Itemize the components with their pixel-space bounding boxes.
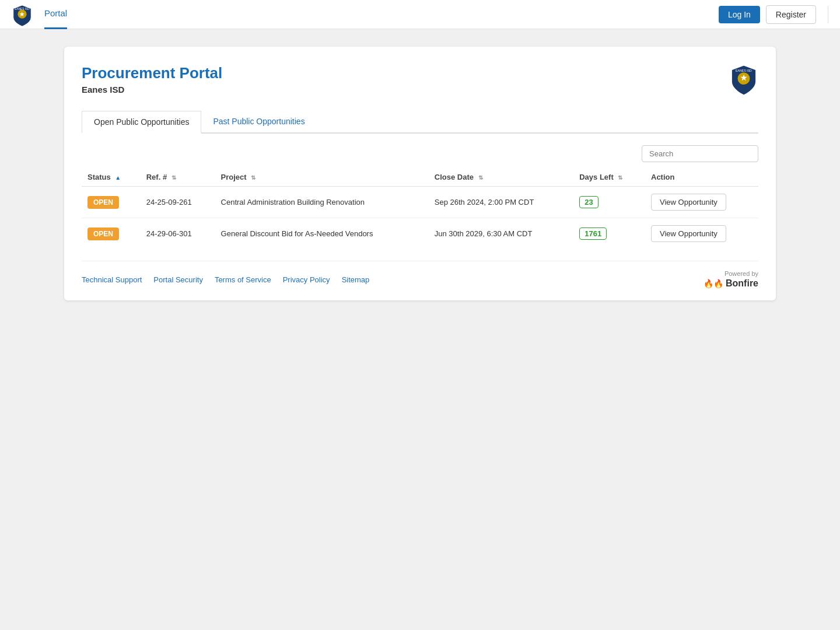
days-badge-0: 23	[579, 196, 598, 208]
col-close-date[interactable]: Close Date ⇅	[429, 168, 573, 187]
status-badge-1: OPEN	[88, 228, 119, 240]
footer-link-3[interactable]: Privacy Policy	[283, 275, 330, 284]
cell-action-0: View Opportunity	[645, 187, 758, 218]
sort-close-date-icon: ⇅	[478, 174, 483, 181]
view-opportunity-button-1[interactable]: View Opportunity	[651, 225, 726, 242]
col-status[interactable]: Status ▲	[82, 168, 141, 187]
footer-link-2[interactable]: Terms of Service	[215, 275, 271, 284]
nav-logo: ★ EANES ISD	[12, 4, 33, 25]
cell-close-date-0: Sep 26th 2024, 2:00 PM CDT	[429, 187, 573, 218]
sort-status-icon: ▲	[115, 174, 121, 181]
register-button[interactable]: Register	[766, 5, 816, 24]
status-badge-0: OPEN	[88, 196, 119, 209]
footer-links: Technical SupportPortal SecurityTerms of…	[82, 275, 369, 284]
svg-text:★: ★	[20, 10, 26, 17]
org-logo: ★ EANES ISD	[729, 64, 758, 96]
cell-ref-1: 24-29-06-301	[141, 218, 215, 250]
col-project[interactable]: Project ⇅	[215, 168, 429, 187]
search-wrapper	[82, 145, 758, 162]
sort-days-left-icon: ⇅	[618, 174, 622, 181]
cell-ref-0: 24-25-09-261	[141, 187, 215, 218]
tab-past-opportunities[interactable]: Past Public Opportunities	[201, 111, 316, 134]
header-text: Procurement Portal Eanes ISD	[82, 64, 222, 94]
cell-action-1: View Opportunity	[645, 218, 758, 250]
col-ref[interactable]: Ref. # ⇅	[141, 168, 215, 187]
cell-project-0: Central Administration Building Renovati…	[215, 187, 429, 218]
cell-close-date-1: Jun 30th 2029, 6:30 AM CDT	[429, 218, 573, 250]
table-row: OPEN 24-29-06-301 General Discount Bid f…	[82, 218, 758, 250]
svg-text:★: ★	[740, 74, 747, 82]
bonfire-brand: Bonfire	[726, 278, 758, 289]
days-badge-1: 1761	[579, 228, 607, 240]
svg-text:EANES ISD: EANES ISD	[736, 69, 752, 72]
card-header: Procurement Portal Eanes ISD ★ EANES ISD	[82, 64, 758, 96]
main-card: Procurement Portal Eanes ISD ★ EANES ISD…	[64, 47, 776, 300]
page-title: Procurement Portal	[82, 64, 222, 82]
sort-project-icon: ⇅	[251, 174, 256, 181]
col-days-left[interactable]: Days Left ⇅	[573, 168, 645, 187]
sort-ref-icon: ⇅	[172, 174, 176, 181]
nav-portal-link[interactable]: Portal	[44, 0, 67, 29]
footer-link-4[interactable]: Sitemap	[342, 275, 370, 284]
tabs-container: Open Public Opportunities Past Public Op…	[82, 111, 758, 134]
card-footer: Technical SupportPortal SecurityTerms of…	[82, 261, 758, 289]
top-nav: ★ EANES ISD Portal Log In Register	[0, 0, 840, 29]
search-input[interactable]	[642, 145, 758, 162]
view-opportunity-button-0[interactable]: View Opportunity	[651, 194, 726, 211]
bonfire-icon: 🔥🔥	[704, 279, 723, 288]
powered-by: Powered by 🔥🔥 Bonfire	[704, 270, 758, 289]
cell-status-1: OPEN	[82, 218, 141, 250]
svg-text:EANES ISD: EANES ISD	[15, 8, 30, 10]
bonfire-logo: 🔥🔥 Bonfire	[704, 278, 758, 289]
cell-days-left-0: 23	[573, 187, 645, 218]
col-action: Action	[645, 168, 758, 187]
table-body: OPEN 24-25-09-261 Central Administration…	[82, 187, 758, 250]
cell-days-left-1: 1761	[573, 218, 645, 250]
footer-link-1[interactable]: Portal Security	[153, 275, 203, 284]
table-header: Status ▲ Ref. # ⇅ Project ⇅ Close Date ⇅	[82, 168, 758, 187]
nav-divider	[828, 6, 828, 23]
page-wrapper: Procurement Portal Eanes ISD ★ EANES ISD…	[0, 29, 840, 318]
org-name: Eanes ISD	[82, 85, 222, 94]
tab-open-opportunities[interactable]: Open Public Opportunities	[82, 111, 201, 134]
opportunities-table: Status ▲ Ref. # ⇅ Project ⇅ Close Date ⇅	[82, 168, 758, 249]
login-button[interactable]: Log In	[719, 6, 760, 23]
table-row: OPEN 24-25-09-261 Central Administration…	[82, 187, 758, 218]
cell-status-0: OPEN	[82, 187, 141, 218]
footer-link-0[interactable]: Technical Support	[82, 275, 142, 284]
cell-project-1: General Discount Bid for As-Needed Vendo…	[215, 218, 429, 250]
nav-right: Log In Register	[719, 5, 828, 24]
